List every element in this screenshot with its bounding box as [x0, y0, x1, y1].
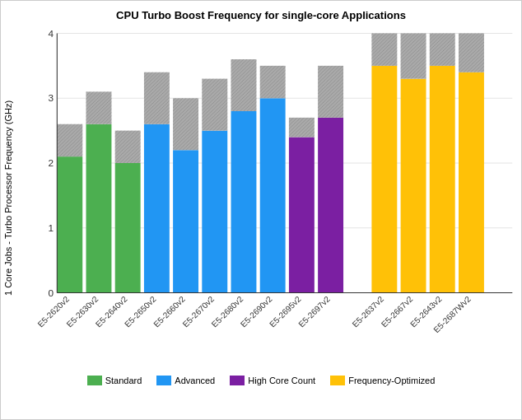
svg-rect-41: [260, 66, 286, 98]
svg-rect-33: [202, 79, 227, 131]
svg-rect-65: [459, 34, 484, 72]
legend-box-standard: [87, 376, 102, 385]
svg-rect-49: [318, 66, 343, 118]
chart-svg: 01234E5-2620v2E5-2630v2E5-2640v2E5-2650v…: [17, 25, 521, 371]
svg-rect-23: [144, 124, 170, 293]
svg-rect-39: [260, 98, 286, 292]
svg-rect-31: [202, 131, 227, 293]
svg-rect-57: [401, 34, 426, 79]
svg-rect-35: [231, 111, 257, 293]
svg-rect-47: [318, 118, 343, 293]
legend-label-freq: Frequency-Optimized: [348, 376, 435, 385]
legend-box-hcc: [230, 376, 245, 385]
legend-item-advanced: Advanced: [156, 376, 215, 385]
svg-rect-29: [173, 98, 198, 150]
legend-item-standard: Standard: [87, 376, 142, 385]
legend-item-hcc: High Core Count: [230, 376, 315, 385]
svg-text:3: 3: [48, 93, 54, 104]
legend-box-freq: [330, 376, 345, 385]
svg-rect-53: [371, 34, 397, 66]
svg-rect-45: [289, 118, 315, 138]
legend-box-advanced: [156, 376, 171, 385]
legend-item-freq: Frequency-Optimized: [330, 376, 435, 385]
svg-rect-55: [401, 79, 426, 293]
legend-label-advanced: Advanced: [175, 376, 215, 385]
svg-rect-11: [57, 156, 82, 292]
svg-text:4: 4: [48, 28, 54, 39]
svg-rect-17: [86, 91, 112, 124]
svg-rect-63: [459, 72, 484, 293]
svg-text:2: 2: [48, 157, 54, 168]
svg-rect-15: [86, 124, 112, 293]
svg-text:1: 1: [48, 222, 54, 233]
svg-text:0: 0: [48, 287, 54, 298]
legend: Standard Advanced High Core Count Freque…: [1, 371, 521, 389]
svg-rect-37: [231, 59, 257, 111]
svg-rect-19: [115, 163, 141, 293]
chart-title: CPU Turbo Boost Frequency for single-cor…: [1, 1, 521, 25]
chart-inner: 01234E5-2620v2E5-2630v2E5-2640v2E5-2650v…: [17, 25, 521, 371]
svg-rect-59: [430, 66, 455, 293]
legend-label-standard: Standard: [105, 376, 142, 385]
svg-rect-51: [371, 66, 397, 293]
legend-label-hcc: High Core Count: [248, 376, 315, 385]
chart-container: CPU Turbo Boost Frequency for single-cor…: [0, 0, 522, 420]
y-axis-label: 1 Core Jobs - Turbo Processor Frequency …: [1, 25, 17, 371]
svg-rect-27: [173, 150, 198, 292]
svg-rect-61: [430, 34, 455, 66]
svg-rect-43: [289, 138, 315, 293]
svg-rect-13: [57, 124, 82, 156]
svg-rect-25: [144, 72, 170, 124]
svg-rect-21: [115, 131, 141, 163]
